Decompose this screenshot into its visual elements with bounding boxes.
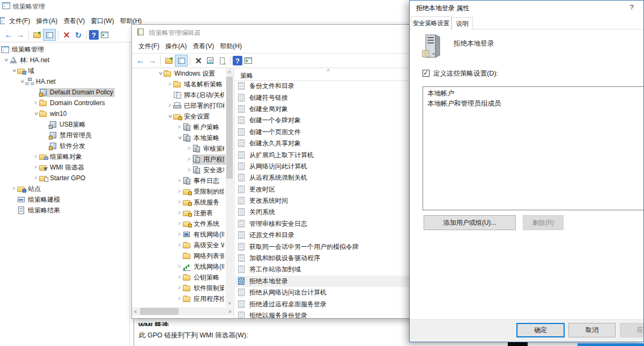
tree-item[interactable]: 审核策略	[132, 143, 226, 154]
expander-arrow[interactable]	[176, 189, 183, 194]
add-user-or-group-button[interactable]: 添加用户或组(U)...	[424, 215, 516, 230]
properties-button[interactable]	[204, 55, 216, 66]
expander-arrow[interactable]	[157, 71, 164, 76]
ok-button[interactable]: 确定	[516, 323, 565, 337]
tree-item[interactable]: 安全设置	[132, 111, 226, 122]
menu-item[interactable]: 操作(A)	[34, 17, 60, 26]
expander-arrow[interactable]	[2, 57, 9, 63]
expander-arrow[interactable]	[10, 68, 17, 73]
expander-arrow[interactable]	[18, 79, 25, 84]
scroll-right-arrow[interactable]	[226, 307, 234, 315]
tree-item[interactable]: 组策略建模	[0, 194, 129, 205]
back-button[interactable]	[3, 30, 14, 40]
tree-item[interactable]: 网络列表管理器策略	[132, 251, 226, 261]
tree-item[interactable]: 域	[0, 65, 129, 76]
tree-horizontal-scrollbar[interactable]	[132, 307, 234, 315]
members-listbox[interactable]: 本地帐户本地帐户和管理员组成员	[423, 86, 644, 210]
expander-arrow[interactable]	[176, 296, 183, 301]
tree-item[interactable]: 系统服务	[132, 197, 226, 208]
scroll-up-arrow[interactable]	[226, 68, 233, 76]
expander-arrow[interactable]	[42, 143, 49, 149]
member-item[interactable]: 本地帐户和管理员组成员	[427, 99, 644, 109]
help-button[interactable]	[233, 56, 242, 65]
editor-pane-divider[interactable]	[234, 68, 234, 318]
tab-security-policy-setting[interactable]: 安全策略设置	[411, 16, 451, 30]
expander-arrow[interactable]	[10, 186, 17, 192]
forward-button[interactable]	[14, 30, 26, 40]
expander-arrow[interactable]	[176, 200, 183, 205]
policy-column-header[interactable]: 策略	[240, 71, 253, 80]
console-tree-button[interactable]	[175, 55, 188, 67]
tree-item[interactable]: 无线网络(IEEE 802.11)策略	[132, 261, 226, 272]
tree-item[interactable]: 受限制的组	[132, 186, 226, 197]
tree-item[interactable]: 脚本(启动/关机)	[132, 90, 226, 100]
expander-arrow[interactable]	[32, 90, 39, 95]
tree-item[interactable]: 组策略结果	[0, 205, 129, 216]
tree-item[interactable]: 有线网络(IEEE 802.3)策略	[132, 229, 226, 240]
forward-button[interactable]	[146, 55, 158, 66]
expander-arrow[interactable]	[176, 221, 183, 226]
tree-item[interactable]: 帐户策略	[132, 122, 226, 132]
tree-item[interactable]: WMI 筛选器	[0, 162, 129, 173]
dialog-help-button[interactable]: ?	[627, 3, 636, 11]
menu-item[interactable]: 查看(V)	[61, 17, 87, 26]
expander-arrow[interactable]	[186, 167, 193, 173]
tree-item[interactable]: 文件系统	[132, 218, 226, 229]
menu-item[interactable]: 文件(F)	[7, 17, 32, 26]
up-folder-button[interactable]	[163, 55, 175, 66]
delete-red-button[interactable]	[61, 30, 72, 40]
remove-button[interactable]: 删除(R)	[523, 215, 564, 230]
expander-arrow[interactable]	[10, 197, 17, 202]
export-button[interactable]	[216, 55, 228, 66]
expander-arrow[interactable]	[176, 124, 183, 130]
tree-item[interactable]: 域名解析策略	[132, 79, 226, 90]
console-tree-button[interactable]	[43, 29, 56, 41]
tree-item[interactable]: Domain Controllers	[0, 98, 129, 108]
tree-item[interactable]: 高级安全 Windows Defender 防火墙	[132, 240, 226, 251]
expander-arrow[interactable]	[176, 253, 183, 259]
tree-item[interactable]: 组策略管理	[0, 44, 129, 55]
expander-arrow[interactable]	[176, 135, 183, 141]
apply-button[interactable]: 应用	[620, 323, 644, 337]
tree-item[interactable]: 林: HA.net	[0, 55, 129, 65]
delete-button[interactable]	[193, 55, 204, 66]
expander-arrow[interactable]	[32, 111, 39, 116]
expander-arrow[interactable]	[32, 100, 39, 106]
tab-explain[interactable]: 说明	[451, 17, 473, 30]
back-button[interactable]	[135, 55, 146, 66]
main-pane-divider[interactable]	[129, 42, 130, 346]
tree-item[interactable]: 禁用管理员	[0, 130, 129, 141]
member-item[interactable]: 本地帐户	[427, 89, 644, 99]
cancel-button[interactable]: 取消	[568, 323, 616, 337]
expander-arrow[interactable]	[10, 208, 17, 213]
scroll-left-arrow[interactable]	[132, 307, 139, 315]
tree-item[interactable]: 软件限制策略	[132, 283, 226, 293]
expander-arrow[interactable]	[166, 103, 173, 108]
expander-arrow[interactable]	[32, 154, 39, 159]
tree-item[interactable]: 应用程序控制策略	[132, 293, 226, 304]
tree-item[interactable]: Windows 设置	[132, 68, 226, 79]
tree-item[interactable]: 注册表	[132, 208, 226, 218]
menu-item[interactable]: 文件(F)	[136, 42, 161, 51]
tree-item[interactable]: USB策略	[0, 119, 129, 130]
tree-item[interactable]: 站点	[0, 183, 129, 194]
scroll-down-arrow[interactable]	[226, 299, 233, 307]
tree-item[interactable]: 软件分发	[0, 141, 129, 151]
expander-arrow[interactable]	[42, 122, 49, 127]
tree-item[interactable]: 公钥策略	[132, 272, 226, 283]
menu-item[interactable]: 操作(A)	[163, 42, 189, 51]
expander-arrow[interactable]	[176, 264, 183, 269]
expander-arrow[interactable]	[176, 275, 183, 280]
expander-arrow[interactable]	[176, 178, 183, 183]
tree-vertical-scrollbar[interactable]	[226, 68, 233, 307]
tree-item[interactable]: HA.net	[0, 76, 129, 87]
expander-arrow[interactable]	[186, 146, 193, 151]
menu-item[interactable]: 查看(V)	[190, 42, 216, 51]
tree-item[interactable]: 安全选项	[132, 165, 226, 175]
refresh-button[interactable]	[72, 30, 84, 40]
new-window-button[interactable]	[99, 30, 110, 40]
menu-item[interactable]: 帮助(H)	[218, 42, 244, 51]
up-folder-button[interactable]	[31, 30, 43, 40]
tree-item[interactable]: Starter GPO	[0, 173, 129, 183]
scroll-thumb[interactable]	[140, 308, 179, 315]
